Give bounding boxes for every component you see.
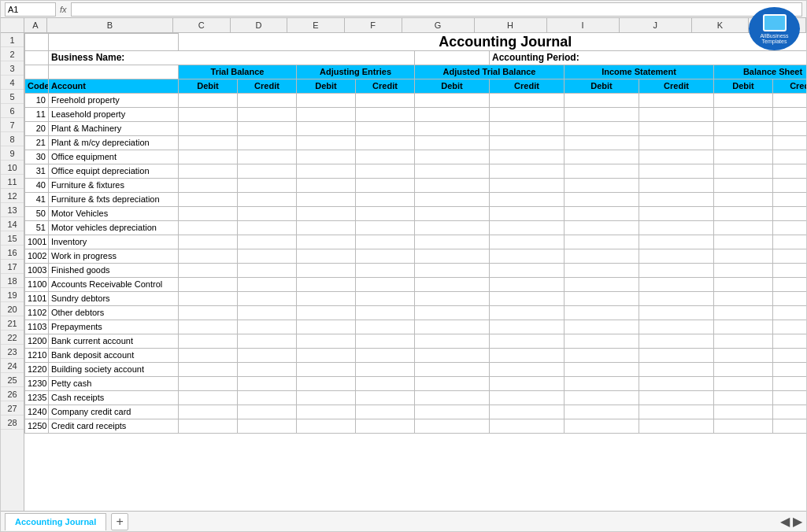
cell-8h[interactable] xyxy=(490,135,565,150)
cell-account-19[interactable]: Sundry debtors xyxy=(49,291,179,305)
cell-21k[interactable] xyxy=(714,320,773,334)
cell-1a[interactable] xyxy=(25,34,49,51)
cell-22g[interactable] xyxy=(415,334,490,348)
cell-22i[interactable] xyxy=(565,334,639,348)
cell-17c[interactable] xyxy=(179,263,238,277)
col-header-d[interactable]: D xyxy=(231,18,288,32)
cell-10g[interactable] xyxy=(415,164,490,178)
cell-16c[interactable] xyxy=(179,249,238,263)
cell-code-27[interactable]: 1240 xyxy=(25,405,49,419)
cell-17e[interactable] xyxy=(297,263,356,277)
cell-13c[interactable] xyxy=(179,206,238,220)
cell-6g[interactable] xyxy=(415,107,490,121)
cell-7l[interactable] xyxy=(773,121,807,135)
cell-10l[interactable] xyxy=(773,164,807,178)
cell-21g[interactable] xyxy=(415,320,490,334)
cell-6h[interactable] xyxy=(490,107,565,121)
cell-5i[interactable] xyxy=(565,93,639,107)
cell-23h[interactable] xyxy=(490,348,565,362)
cell-6f[interactable] xyxy=(356,107,415,121)
cell-19l[interactable] xyxy=(773,291,807,305)
cell-18k[interactable] xyxy=(714,277,773,291)
cell-9l[interactable] xyxy=(773,150,807,164)
cell-28l[interactable] xyxy=(773,419,807,433)
cell-17l[interactable] xyxy=(773,263,807,277)
cell-26e[interactable] xyxy=(297,390,356,405)
cell-code-7[interactable]: 20 xyxy=(25,121,49,135)
cell-28i[interactable] xyxy=(565,419,639,433)
cell-8i[interactable] xyxy=(565,135,639,150)
cell-24f[interactable] xyxy=(356,362,415,376)
cell-11g[interactable] xyxy=(415,178,490,192)
cell-19g[interactable] xyxy=(415,291,490,305)
cell-8d[interactable] xyxy=(238,135,297,150)
cell-8l[interactable] xyxy=(773,135,807,150)
cell-9e[interactable] xyxy=(297,150,356,164)
cell-16i[interactable] xyxy=(565,249,639,263)
cell-7h[interactable] xyxy=(490,121,565,135)
cell-20k[interactable] xyxy=(714,305,773,320)
cell-account-20[interactable]: Other debtors xyxy=(49,305,179,320)
cell-20g[interactable] xyxy=(415,305,490,320)
cell-26g[interactable] xyxy=(415,390,490,405)
col-header-h[interactable]: H xyxy=(475,18,547,32)
cell-23d[interactable] xyxy=(238,348,297,362)
cell-9i[interactable] xyxy=(565,150,639,164)
cell-14j[interactable] xyxy=(639,220,714,235)
cell-7k[interactable] xyxy=(714,121,773,135)
cell-25h[interactable] xyxy=(490,376,565,390)
cell-6c[interactable] xyxy=(179,107,238,121)
col-header-k[interactable]: K xyxy=(692,18,750,32)
cell-18i[interactable] xyxy=(565,277,639,291)
add-sheet-button[interactable]: + xyxy=(111,513,128,530)
cell-16f[interactable] xyxy=(356,249,415,263)
cell-26c[interactable] xyxy=(179,390,238,405)
cell-3a[interactable] xyxy=(25,65,49,79)
cell-17d[interactable] xyxy=(238,263,297,277)
col-header-c[interactable]: C xyxy=(173,18,231,32)
cell-account-14[interactable]: Motor vehicles depreciation xyxy=(49,220,179,235)
col-header-f[interactable]: F xyxy=(345,18,402,32)
cell-14h[interactable] xyxy=(490,220,565,235)
cell-code-28[interactable]: 1250 xyxy=(25,419,49,433)
cell-18d[interactable] xyxy=(238,277,297,291)
cell-27l[interactable] xyxy=(773,405,807,419)
cell-8f[interactable] xyxy=(356,135,415,150)
cell-10c[interactable] xyxy=(179,164,238,178)
cell-13i[interactable] xyxy=(565,206,639,220)
cell-2a[interactable] xyxy=(25,50,49,65)
cell-19k[interactable] xyxy=(714,291,773,305)
cell-7g[interactable] xyxy=(415,121,490,135)
cell-10k[interactable] xyxy=(714,164,773,178)
cell-7j[interactable] xyxy=(639,121,714,135)
cell-code-26[interactable]: 1235 xyxy=(25,390,49,405)
cell-code-11[interactable]: 40 xyxy=(25,178,49,192)
cell-1b[interactable] xyxy=(49,34,179,51)
cell-11l[interactable] xyxy=(773,178,807,192)
cell-18g[interactable] xyxy=(415,277,490,291)
cell-6e[interactable] xyxy=(297,107,356,121)
cell-12f[interactable] xyxy=(356,192,415,206)
cell-7e[interactable] xyxy=(297,121,356,135)
cell-3b[interactable] xyxy=(49,65,179,79)
cell-21j[interactable] xyxy=(639,320,714,334)
cell-11k[interactable] xyxy=(714,178,773,192)
cell-21l[interactable] xyxy=(773,320,807,334)
cell-account-23[interactable]: Bank deposit account xyxy=(49,348,179,362)
cell-14d[interactable] xyxy=(238,220,297,235)
cell-16g[interactable] xyxy=(415,249,490,263)
cell-account-10[interactable]: Office equipt depreciation xyxy=(49,164,179,178)
cell-28c[interactable] xyxy=(179,419,238,433)
cell-5l[interactable] xyxy=(773,93,807,107)
cell-24g[interactable] xyxy=(415,362,490,376)
cell-13k[interactable] xyxy=(714,206,773,220)
cell-24j[interactable] xyxy=(639,362,714,376)
cell-code-19[interactable]: 1101 xyxy=(25,291,49,305)
cell-8e[interactable] xyxy=(297,135,356,150)
cell-26j[interactable] xyxy=(639,390,714,405)
cell-15l[interactable] xyxy=(773,235,807,249)
cell-account-13[interactable]: Motor Vehicles xyxy=(49,206,179,220)
cell-23l[interactable] xyxy=(773,348,807,362)
cell-13j[interactable] xyxy=(639,206,714,220)
cell-12h[interactable] xyxy=(490,192,565,206)
